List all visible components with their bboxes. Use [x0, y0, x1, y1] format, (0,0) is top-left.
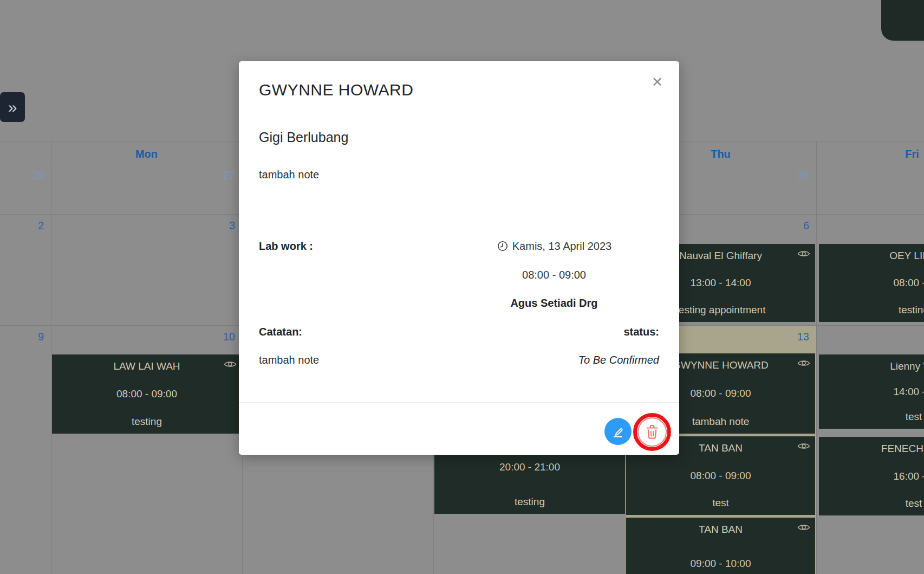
- date-number[interactable]: 2: [0, 220, 44, 232]
- eye-icon[interactable]: [797, 442, 810, 450]
- note-preview: tambah note: [259, 169, 319, 181]
- day-header-mon: Mon: [51, 144, 242, 164]
- appointment-detail-modal: ✕ GWYNNE HOWARD Gigi Berlubang tambah no…: [239, 61, 679, 455]
- trash-icon-with-highlight-ring: [629, 409, 675, 455]
- event-title: TAN BAN: [626, 523, 815, 536]
- event-title: OEY LILIA: [819, 249, 924, 262]
- notes-label: Catatan:: [259, 326, 302, 338]
- event-title: FENECH ANT: [819, 442, 924, 455]
- eye-icon[interactable]: [797, 359, 810, 367]
- eye-icon[interactable]: [797, 249, 810, 258]
- status-label: status:: [623, 326, 659, 338]
- eye-icon[interactable]: [224, 360, 237, 369]
- top-right-panel-corner: [881, 0, 924, 41]
- event-time: 08:00 - 09:00: [52, 388, 242, 401]
- footer-divider: [239, 402, 679, 403]
- treatment-name: Gigi Berlubang: [259, 130, 348, 145]
- event-description: test: [819, 497, 924, 510]
- event-description: test: [626, 496, 815, 509]
- double-chevron-right-icon: »: [8, 99, 17, 115]
- appointment-date: Kamis, 13 April 2023: [440, 240, 668, 253]
- event-description: testing: [434, 495, 625, 508]
- patient-name-title: GWYNNE HOWARD: [259, 81, 413, 99]
- edit-button[interactable]: [604, 418, 632, 445]
- date-number[interactable]: 3: [51, 220, 235, 232]
- date-number[interactable]: 26: [0, 169, 44, 182]
- notes-value: tambah note: [259, 354, 319, 366]
- event-time: 08:00 - 0: [819, 276, 924, 289]
- event-title: Lienny Wij: [819, 360, 924, 373]
- day-header-fri: Fri: [816, 144, 924, 164]
- event-description: testing: [52, 415, 242, 428]
- event-time: 14:00 - 1: [819, 385, 924, 398]
- event-title: LAW LAI WAH: [52, 360, 242, 373]
- grid-line-vertical: [51, 141, 51, 574]
- calendar-event[interactable]: LAW LAI WAH08:00 - 09:00testing: [52, 354, 242, 434]
- event-time: 20:00 - 21:00: [434, 461, 625, 474]
- status-value: To Be Confirmed: [578, 354, 659, 366]
- date-number[interactable]: 9: [0, 331, 44, 343]
- grid-line-vertical: [816, 141, 817, 574]
- event-time: 16:00 - 1: [819, 470, 924, 483]
- doctor-name: Agus Setiadi Drg: [440, 297, 668, 309]
- event-time: 09:00 - 10:00: [626, 557, 815, 570]
- calendar-event[interactable]: FENECH ANT16:00 - 1test: [819, 437, 924, 515]
- appointment-time: 08:00 - 09:00: [440, 269, 668, 281]
- clock-icon: [497, 240, 509, 252]
- event-time: 08:00 - 09:00: [626, 469, 815, 482]
- calendar-event[interactable]: TAN BAN09:00 - 10:00: [626, 518, 815, 574]
- calendar-event[interactable]: Lienny Wij14:00 - 1test: [819, 354, 924, 429]
- date-number[interactable]: 27: [51, 169, 235, 182]
- event-description: test: [819, 410, 924, 423]
- eye-icon[interactable]: [797, 523, 810, 532]
- close-icon[interactable]: ✕: [652, 75, 663, 89]
- event-description: testing: [819, 304, 924, 317]
- calendar-event[interactable]: OEY LILIA08:00 - 0testing: [819, 244, 924, 322]
- lab-work-label: Lab work :: [259, 240, 313, 253]
- date-number[interactable]: 10: [51, 331, 235, 343]
- pencil-icon: [611, 424, 625, 438]
- delete-button[interactable]: [629, 409, 675, 455]
- sidebar-collapse-button[interactable]: »: [0, 92, 25, 122]
